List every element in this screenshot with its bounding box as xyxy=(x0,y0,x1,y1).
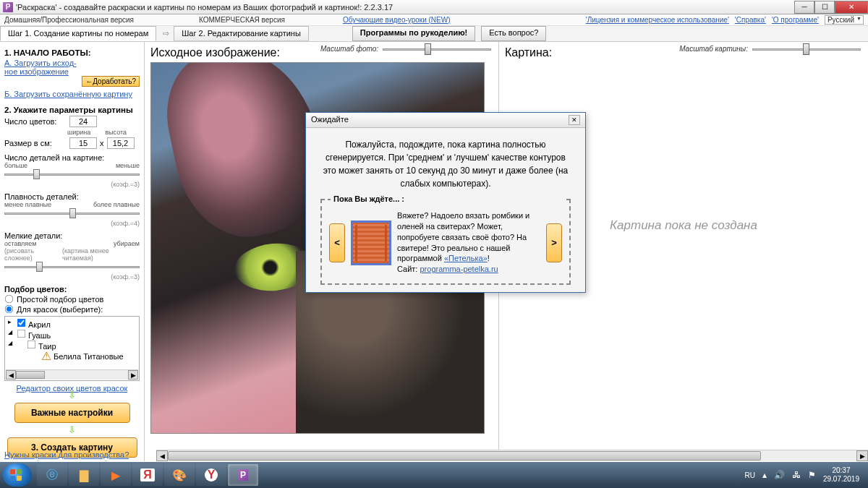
tree-scrollbar[interactable]: ◀▶ xyxy=(6,369,138,380)
hint-remove: убираем xyxy=(114,240,140,247)
acrylic-checkbox[interactable] xyxy=(17,319,26,328)
refine-button[interactable]: ←Доработать? xyxy=(82,76,140,87)
arrow-down-icon-2: ⇩ xyxy=(4,427,140,433)
coef-label: (коэф.=3) xyxy=(111,181,140,188)
ad-next-button[interactable]: > xyxy=(546,223,562,262)
smoothness-label: Плавность деталей: xyxy=(4,192,140,201)
coef-label-3: (коэф.=3) xyxy=(111,273,140,281)
window-titlebar: Р 'Раскраска' - создавайте раскраски и к… xyxy=(0,0,868,14)
hint-less: меньше xyxy=(116,162,140,169)
tray-volume-icon[interactable]: 🔊 xyxy=(774,470,785,480)
colors-input[interactable] xyxy=(69,116,97,127)
edition-home: Домашняя/Профессиональная версия xyxy=(4,16,134,24)
window-title: 'Раскраска' - создавайте раскраски и кар… xyxy=(16,3,794,12)
height-header: высота xyxy=(105,129,127,136)
hint-more: больше xyxy=(4,162,27,169)
smoothness-slider[interactable] xyxy=(4,210,140,217)
horizontal-scrollbar[interactable]: ◀▶ xyxy=(156,450,868,461)
bottom-row: Нужны краски для производства? xyxy=(4,450,129,459)
load-source-image-link[interactable]: А. Загрузить исход­ное изображение xyxy=(4,59,84,76)
details-label: Число деталей на картине: xyxy=(4,153,140,162)
top-menu-row: Домашняя/Профессиональная версия КОММЕРЧ… xyxy=(0,14,868,26)
paints-tree[interactable]: Акрил Гуашь Таир ⚠Белила Титановые ◀▶ xyxy=(4,316,140,381)
width-header: ширина xyxy=(67,129,90,136)
gouache-checkbox[interactable] xyxy=(17,330,26,338)
system-tray: RU ▴ 🔊 🖧 ⚑ 20:3729.07.2019 xyxy=(744,466,865,484)
tray-lang[interactable]: RU xyxy=(744,471,754,479)
section-start-title: 1. НАЧАЛО РАБОТЫ: xyxy=(4,48,140,57)
hint-complex: (рисовать сложнее) xyxy=(4,247,62,262)
acrylic-label: Акрил xyxy=(28,320,51,329)
left-sidebar: 1. НАЧАЛО РАБОТЫ: А. Загрузить исход­ное… xyxy=(0,42,145,461)
size-label: Размер в см: xyxy=(4,139,67,147)
hint-keep: оставляем xyxy=(4,240,36,247)
white-paint-label: Белила Титановые xyxy=(54,352,124,361)
taskbar-app-icon[interactable]: Р xyxy=(228,464,258,486)
details-slider[interactable] xyxy=(4,171,140,178)
about-link[interactable]: 'О программе' xyxy=(772,16,819,24)
simple-color-label: Простой подбор цветов xyxy=(17,295,103,304)
tab-step1[interactable]: Шаг 1. Создание картины по номерам xyxy=(0,26,156,41)
windows-taskbar: ⓔ ▇ ▶ Я 🎨 Y Р RU ▴ 🔊 🖧 ⚑ 20:3729.07.2019 xyxy=(0,462,868,488)
small-details-slider[interactable] xyxy=(4,263,140,270)
wait-dialog: Ожидайте ✕ Пожалуйста, подождите, пока к… xyxy=(305,112,586,293)
minimize-button[interactable]: ─ xyxy=(794,1,814,14)
taskbar-paint-icon[interactable]: 🎨 xyxy=(164,464,195,486)
wait-dialog-close-button[interactable]: ✕ xyxy=(569,115,580,125)
ad-text: Вяжете? Надоело вязать ромбики и оленей … xyxy=(397,210,540,275)
tab-step2[interactable]: Шаг 2. Редактирование картины xyxy=(174,26,309,41)
simple-color-radio[interactable] xyxy=(5,295,14,304)
important-settings-button[interactable]: Важные настройки xyxy=(14,403,130,423)
tair-label: Таир xyxy=(38,342,56,351)
hint-lesscomplex: (картина менее читаемая) xyxy=(62,247,140,262)
tray-clock[interactable]: 20:3729.07.2019 xyxy=(823,466,859,484)
app-icon: Р xyxy=(3,2,13,12)
width-input[interactable] xyxy=(69,137,97,149)
crafts-programs-button[interactable]: Программы по рукоделию! xyxy=(352,26,475,41)
tutorial-videos-link[interactable]: Обучающие видео-уроки (NEW) xyxy=(343,16,451,24)
taskbar-ie-icon[interactable]: ⓔ xyxy=(37,464,67,486)
paints-color-label: Для красок (выберите): xyxy=(17,305,103,314)
height-input[interactable] xyxy=(107,137,135,149)
petelka-link[interactable]: «Петелька» xyxy=(444,254,488,262)
tray-up-icon[interactable]: ▴ xyxy=(762,470,767,480)
warning-icon: ⚠ xyxy=(41,351,51,362)
license-link[interactable]: 'Лицензия и коммерческое использование' xyxy=(586,16,729,24)
hint-moresmooth: более плавные xyxy=(93,201,140,208)
steps-tab-row: Шаг 1. Создание картины по номерам ⇨ Шаг… xyxy=(0,26,868,42)
wait-message: Пожалуйста, подождите, пока картина полн… xyxy=(320,138,571,190)
help-link[interactable]: 'Справка' xyxy=(735,16,766,24)
taskbar-browser-icon[interactable]: Y xyxy=(196,464,226,486)
petelka-site-link[interactable]: programma-petelka.ru xyxy=(420,265,498,273)
edition-commercial: КОММЕРЧЕСКАЯ версия xyxy=(199,16,285,24)
question-button[interactable]: Есть вопрос? xyxy=(481,26,546,41)
gouache-label: Гуашь xyxy=(28,331,51,340)
ad-prev-button[interactable]: < xyxy=(329,223,345,262)
wait-dialog-title: Ожидайте xyxy=(311,115,349,125)
maximize-button[interactable]: ☐ xyxy=(814,1,835,14)
start-button[interactable] xyxy=(3,463,32,487)
zoom-dst-slider[interactable] xyxy=(752,46,861,53)
hint-lesssmooth: менее плавные xyxy=(4,201,51,208)
taskbar-yandex-icon[interactable]: Я xyxy=(132,464,163,486)
section-params-title: 2. Укажите параметры картины xyxy=(4,106,140,114)
taskbar-player-icon[interactable]: ▶ xyxy=(101,464,131,486)
paints-color-radio[interactable] xyxy=(5,305,14,314)
while-you-wait-box: Пока Вы ждёте... : < Вяжете? Надоело вяз… xyxy=(320,199,571,285)
while-you-wait-legend: Пока Вы ждёте... : xyxy=(331,194,563,203)
language-selector[interactable]: Русский xyxy=(825,15,864,25)
tair-checkbox[interactable] xyxy=(27,341,36,349)
need-paints-link[interactable]: Нужны краски для производства? xyxy=(4,450,129,459)
tray-flag-icon[interactable]: ⚑ xyxy=(808,470,816,480)
taskbar-explorer-icon[interactable]: ▇ xyxy=(69,464,99,486)
step-arrow-icon: ⇨ xyxy=(158,26,174,41)
zoom-src-slider[interactable] xyxy=(383,46,491,53)
color-pick-label: Подбор цветов: xyxy=(4,285,140,294)
colors-label: Число цветов: xyxy=(4,117,67,126)
load-saved-picture-link[interactable]: Б. Загрузить сохранённую картину xyxy=(4,90,132,98)
zoom-src-label: Масштаб фото: xyxy=(320,45,378,53)
tray-network-icon[interactable]: 🖧 xyxy=(792,470,801,480)
x-label: х xyxy=(100,139,104,147)
close-button[interactable]: ✕ xyxy=(835,1,868,14)
zoom-dst-label: Масштаб картины: xyxy=(679,45,748,53)
